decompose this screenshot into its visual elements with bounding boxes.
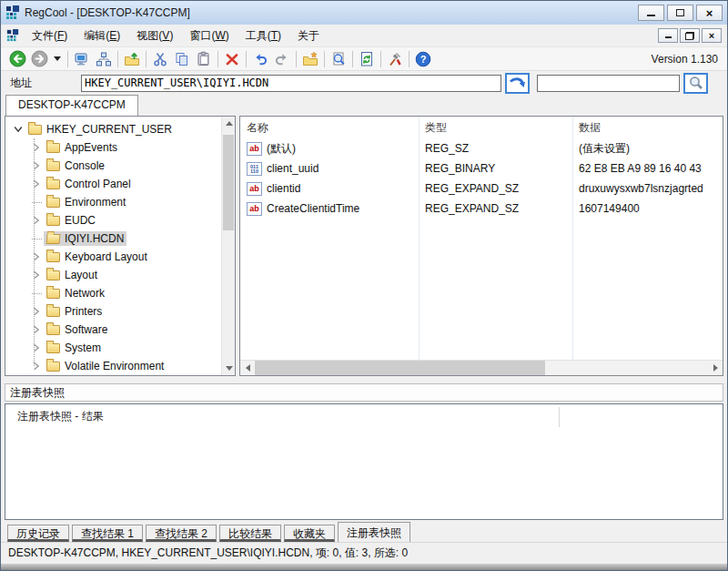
back-button[interactable]: [6, 49, 28, 69]
chevron-collapsed-icon[interactable]: [29, 362, 44, 371]
value-row-clientid[interactable]: abclientidREG_EXPAND_SZdruxuwysxwb7lsnzj…: [240, 178, 723, 199]
tree-item-eudc[interactable]: EUDC: [5, 211, 220, 229]
menu-item-item[interactable]: 关于: [289, 25, 328, 46]
chevron-collapsed-icon[interactable]: [29, 270, 44, 280]
redo-button[interactable]: [271, 49, 293, 69]
tree-item-network[interactable]: Network: [5, 284, 220, 302]
bottom-tab-item[interactable]: 历史记录: [7, 525, 69, 542]
minimize-button[interactable]: [638, 5, 664, 21]
column-separator: [559, 407, 560, 427]
toolbar: ? Version 1.130: [1, 46, 727, 71]
list-horizontal-scrollbar[interactable]: [240, 360, 723, 375]
bottom-tab-1[interactable]: 查找结果 1: [72, 525, 143, 542]
forward-button[interactable]: [28, 49, 50, 69]
chevron-collapsed-icon[interactable]: [29, 307, 44, 316]
tree-item-keyboard-layout[interactable]: Keyboard Layout: [5, 248, 220, 266]
column-header-type[interactable]: 类型: [419, 120, 572, 136]
tree-item-console[interactable]: Console: [5, 157, 220, 175]
value-list-panel: 名称 类型 数据 ab(默认)REG_SZ(值未设置)011110client_…: [239, 116, 723, 376]
snapshot-results-column-header[interactable]: 注册表快照 - 结果: [5, 404, 723, 428]
chevron-collapsed-icon[interactable]: [29, 143, 44, 152]
go-button[interactable]: [505, 73, 530, 94]
chevron-collapsed-icon[interactable]: [29, 343, 44, 352]
column-header-data[interactable]: 数据: [572, 120, 723, 136]
bottom-tab-item[interactable]: 收藏夹: [284, 525, 335, 542]
tree-connector: [29, 239, 44, 240]
scrollbar-thumb[interactable]: [255, 361, 545, 376]
mdi-close-button[interactable]: ×: [702, 28, 722, 43]
cut-button[interactable]: [149, 49, 171, 69]
tree-item-printers[interactable]: Printers: [5, 302, 220, 321]
tree-item-volatile-environment[interactable]: Volatile Environment: [5, 357, 220, 375]
tree-item-software[interactable]: Software: [5, 321, 220, 339]
scroll-down-button[interactable]: [222, 362, 236, 375]
snapshot-panel: 注册表快照 注册表快照 - 结果: [5, 383, 723, 520]
find-icon: [330, 51, 347, 67]
new-favorites-folder-button[interactable]: [299, 49, 321, 69]
value-row-client-uuid[interactable]: 011110client_uuidREG_BINARY62 E8 EB A9 8…: [240, 158, 723, 178]
scrollbar-track[interactable]: [255, 361, 708, 376]
scrollbar-thumb[interactable]: [223, 135, 234, 230]
tree-item-label: Software: [65, 323, 107, 336]
maximize-button[interactable]: [667, 5, 693, 21]
tree-item-appevents[interactable]: AppEvents: [5, 138, 220, 157]
maximize-icon: [676, 9, 684, 16]
paste-icon: [196, 51, 212, 67]
scroll-right-button[interactable]: [708, 361, 723, 376]
tree-item-hkey-current-user[interactable]: HKEY_CURRENT_USER: [5, 120, 220, 138]
history-dropdown-button[interactable]: [50, 49, 65, 69]
tree-item-layout[interactable]: Layout: [5, 266, 220, 284]
close-button[interactable]: ×: [696, 5, 723, 21]
scroll-left-button[interactable]: [240, 361, 255, 376]
tab-desktop-k47ccpm[interactable]: DESKTOP-K47CCPM: [5, 95, 138, 116]
back-icon: [9, 50, 26, 67]
address-input[interactable]: [81, 75, 501, 92]
tree-item-environment[interactable]: Environment: [5, 193, 220, 211]
mdi-restore-button[interactable]: [680, 28, 700, 43]
network-button[interactable]: [93, 49, 115, 69]
tree-item-iqiyi-hcdn[interactable]: IQIYI.HCDN: [5, 229, 220, 248]
chevron-expanded-icon[interactable]: [11, 126, 25, 133]
column-separator[interactable]: [419, 117, 420, 360]
quick-search-input[interactable]: [537, 75, 680, 92]
regcool-window: RegCool - [DESKTOP-K47CCPM] × 文件(F)编辑(E)…: [0, 0, 728, 571]
column-header-name[interactable]: 名称: [240, 120, 419, 136]
tree-vertical-scrollbar[interactable]: [221, 117, 235, 375]
tools-button[interactable]: [384, 49, 406, 69]
value-data: 1607149400: [572, 202, 723, 215]
menu-item-f[interactable]: 文件(F): [24, 25, 76, 46]
value-row-item[interactable]: ab(默认)REG_SZ(值未设置): [240, 138, 723, 158]
undo-button[interactable]: [249, 49, 271, 69]
column-separator[interactable]: [572, 117, 573, 360]
chevron-collapsed-icon[interactable]: [29, 216, 44, 225]
menu-item-t[interactable]: 工具(T): [238, 25, 289, 46]
delete-button[interactable]: [221, 49, 243, 69]
chevron-collapsed-icon[interactable]: [29, 252, 44, 261]
help-button[interactable]: ?: [412, 49, 434, 69]
menu-item-v[interactable]: 视图(V): [128, 25, 181, 46]
value-list-header: 名称 类型 数据: [240, 117, 723, 138]
folder-icon: [46, 325, 60, 335]
menu-item-e[interactable]: 编辑(E): [76, 25, 128, 46]
mdi-minimize-button[interactable]: [658, 28, 678, 43]
menu-item-w[interactable]: 窗口(W): [181, 25, 237, 46]
horizontal-splitter[interactable]: [1, 376, 727, 383]
tree-item-control-panel[interactable]: Control Panel: [5, 175, 220, 193]
bottom-tab-item[interactable]: 注册表快照: [338, 522, 410, 542]
tools-icon: [387, 51, 403, 67]
refresh-button[interactable]: [356, 49, 378, 69]
bottom-tab-item[interactable]: 比较结果: [219, 525, 281, 542]
search-button[interactable]: [683, 73, 708, 94]
chevron-collapsed-icon[interactable]: [29, 161, 44, 170]
folder-up-button[interactable]: [121, 49, 143, 69]
find-button[interactable]: [328, 49, 349, 69]
value-row-createclientidtime[interactable]: abCreateClientidTimeREG_EXPAND_SZ1607149…: [240, 199, 723, 219]
paste-button[interactable]: [193, 49, 215, 69]
copy-button[interactable]: [171, 49, 193, 69]
chevron-collapsed-icon[interactable]: [29, 179, 44, 189]
chevron-collapsed-icon[interactable]: [29, 325, 44, 334]
computer-button[interactable]: [71, 49, 93, 69]
scroll-up-button[interactable]: [222, 117, 236, 130]
bottom-tab-2[interactable]: 查找结果 2: [146, 525, 217, 542]
tree-item-system[interactable]: System: [5, 339, 220, 357]
